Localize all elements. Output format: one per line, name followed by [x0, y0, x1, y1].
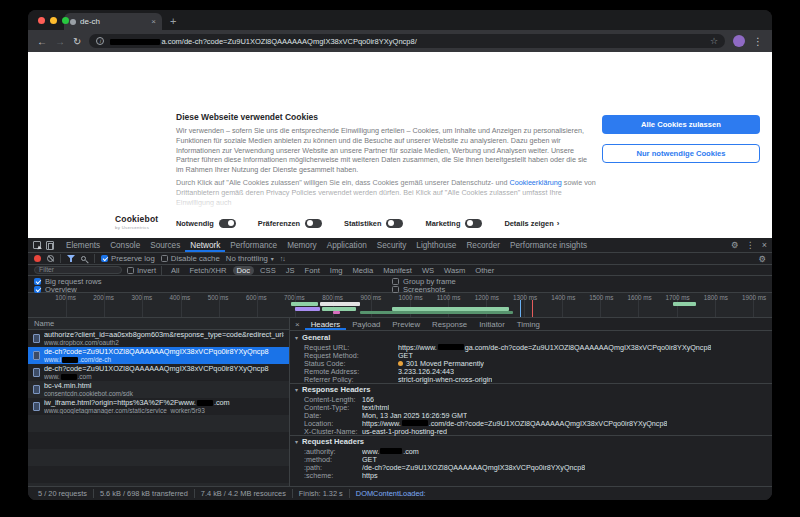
filter-chip-doc[interactable]: Doc — [233, 266, 255, 275]
text-part: ga.com/de-ch?code=Zu9U1XOZl8QAAAAAAQmgIX… — [465, 343, 712, 352]
section-header[interactable]: ▾Response Headers — [290, 383, 772, 395]
tab-close-icon[interactable]: × — [151, 17, 156, 26]
back-icon[interactable]: ← — [37, 36, 47, 47]
text-part: de-ch?code=Zu9U1XOZl8QAAAAAAQmgIX38xVCPq… — [44, 348, 269, 356]
detail-tab-headers[interactable]: Headers — [305, 318, 346, 330]
network-request-row[interactable]: iw_iframe.html?origin=https%3A%2F%2Fwww.… — [28, 398, 289, 415]
checkbox-icon[interactable] — [392, 286, 399, 293]
detail-tab-response[interactable]: Response — [426, 318, 473, 330]
network-overview-timeline[interactable]: 100 ms200 ms300 ms400 ms500 ms600 ms700 … — [28, 293, 772, 318]
devtools-settings-gear-icon[interactable]: ⚙ — [731, 240, 739, 250]
toggle-statistiken[interactable] — [386, 219, 403, 228]
checkbox-icon[interactable] — [34, 286, 41, 293]
filter-chip-fetch-xhr[interactable]: Fetch/XHR — [185, 266, 230, 275]
section-header[interactable]: ▾General — [290, 331, 772, 343]
necessary-cookies-only-button[interactable]: Nur notwendige Cookies — [602, 144, 760, 163]
toolbar-divider — [94, 254, 95, 263]
filter-chip-media[interactable]: Media — [348, 266, 377, 275]
close-details-icon[interactable]: × — [290, 320, 305, 329]
name-column-header[interactable]: Name — [28, 318, 289, 330]
detail-tab-preview[interactable]: Preview — [386, 318, 426, 330]
checkbox-icon[interactable] — [392, 278, 399, 285]
filter-chip-wasm[interactable]: Wasm — [440, 266, 469, 275]
cookie-banner-title: Diese Webseite verwendet Cookies — [176, 112, 318, 122]
filter-chip-ws[interactable]: WS — [418, 266, 438, 275]
consent-label: Präferenzen — [258, 219, 300, 228]
browser-menu-icon[interactable]: ⋮ — [753, 36, 763, 47]
new-tab-button[interactable]: + — [170, 15, 176, 27]
reload-icon[interactable]: ↻ — [73, 36, 81, 47]
detail-tab-payload[interactable]: Payload — [346, 318, 386, 330]
invert-checkbox[interactable]: Invert — [127, 266, 156, 275]
tab-strip: de-ch × + — [28, 10, 772, 30]
detail-tab-initiator[interactable]: Initiator — [473, 318, 511, 330]
checkbox-icon[interactable] — [34, 278, 41, 285]
search-icon[interactable] — [81, 256, 86, 261]
filter-chip-all[interactable]: All — [167, 266, 183, 275]
section-header[interactable]: ▾Request Headers — [290, 435, 772, 447]
close-window-button[interactable] — [38, 17, 45, 24]
preserve-log-checkbox[interactable]: Preserve log — [101, 254, 155, 263]
network-request-row[interactable]: authorize?client_id=aa0sxb8gom603m&respo… — [28, 330, 289, 347]
clear-network-log-icon[interactable] — [47, 255, 54, 262]
filter-chip-font[interactable]: Font — [301, 266, 324, 275]
devtools-tab-performance-insights[interactable]: Performance insights — [505, 238, 592, 252]
header-entry: Referrer Policy:strict-origin-when-cross… — [290, 375, 772, 383]
network-settings-gear-icon[interactable]: ⚙ — [758, 254, 766, 264]
details-link[interactable]: Details zeigen › — [504, 219, 559, 228]
filter-icon[interactable] — [67, 255, 75, 262]
detail-tab-timing[interactable]: Timing — [511, 318, 546, 330]
filter-chip-other[interactable]: Other — [471, 266, 498, 275]
document-icon — [33, 402, 40, 411]
forward-icon[interactable]: → — [55, 36, 65, 47]
devtools-tab-network[interactable]: Network — [185, 238, 225, 252]
devtools-tab-lighthouse[interactable]: Lighthouse — [411, 238, 461, 252]
checkbox-icon[interactable] — [127, 267, 134, 274]
device-toolbar-icon[interactable] — [46, 241, 54, 250]
profile-avatar[interactable] — [733, 35, 745, 47]
timeline-tick-label: 1600 ms — [627, 294, 651, 301]
devtools-tab-console[interactable]: Console — [105, 238, 145, 252]
network-request-row[interactable]: de-ch?code=Zu9U1XOZl8QAAAAAAQmgIX38xVCPq… — [28, 347, 289, 364]
devtools-tabs: ElementsConsoleSourcesNetworkPerformance… — [61, 238, 592, 252]
accept-all-cookies-button[interactable]: Alle Cookies zulassen — [602, 115, 760, 134]
browser-tab[interactable]: de-ch × — [64, 13, 162, 30]
devtools-close-icon[interactable]: × — [762, 240, 767, 250]
checkbox-icon[interactable] — [101, 255, 108, 262]
request-text: iw_iframe.html?origin=https%3A%2F%2Fwww.… — [44, 399, 284, 415]
devtools-tab-performance[interactable]: Performance — [225, 238, 282, 252]
site-info-icon[interactable]: i — [96, 37, 104, 45]
network-request-row[interactable]: bc-v4.min.htmlconsentcdn.cookiebot.com/s… — [28, 381, 289, 398]
bookmark-star-icon[interactable]: ☆ — [710, 36, 718, 46]
toggle-marketing[interactable] — [465, 219, 482, 228]
import-export-har-icon[interactable]: ↑↓ — [280, 255, 285, 262]
filter-chip-img[interactable]: Img — [326, 266, 347, 275]
consent-category-marketing: Marketing — [425, 219, 482, 228]
devtools-tab-recorder[interactable]: Recorder — [461, 238, 505, 252]
inspect-element-icon[interactable] — [33, 241, 41, 249]
zoom-window-button[interactable] — [62, 17, 69, 24]
disable-cache-checkbox[interactable]: Disable cache — [161, 254, 220, 263]
filter-chip-manifest[interactable]: Manifest — [379, 266, 416, 275]
record-network-log-icon[interactable] — [34, 255, 41, 262]
devtools-tab-memory[interactable]: Memory — [282, 238, 322, 252]
tab-title: de-ch — [80, 17, 147, 26]
devtools-tab-sources[interactable]: Sources — [145, 238, 185, 252]
throttling-select[interactable]: No throttling ▾ — [226, 254, 274, 263]
request-list-filler — [28, 415, 289, 486]
devtools-menu-icon[interactable]: ⋮ — [746, 240, 755, 250]
checkbox-icon[interactable] — [161, 255, 168, 262]
minimize-window-button[interactable] — [50, 17, 57, 24]
filter-chip-js[interactable]: JS — [282, 266, 299, 275]
devtools-panel: ElementsConsoleSourcesNetworkPerformance… — [28, 238, 772, 500]
filter-input[interactable]: Filter — [34, 266, 122, 274]
network-request-row[interactable]: de-ch?code=Zu9U1XOZl8QAAAAAAQmgIX38xVCPq… — [28, 364, 289, 381]
toggle-notwendig[interactable] — [219, 219, 236, 228]
text-part: .com/de-ch — [79, 356, 111, 363]
devtools-tab-application[interactable]: Application — [322, 238, 372, 252]
filter-chip-css[interactable]: CSS — [256, 266, 280, 275]
toggle-pr-ferenzen[interactable] — [305, 219, 322, 228]
devtools-tab-elements[interactable]: Elements — [61, 238, 105, 252]
devtools-tab-security[interactable]: Security — [372, 238, 412, 252]
address-bar[interactable]: i a.com/de-ch?code=Zu9U1XOZl8QAAAAAAQmgI… — [89, 34, 725, 48]
